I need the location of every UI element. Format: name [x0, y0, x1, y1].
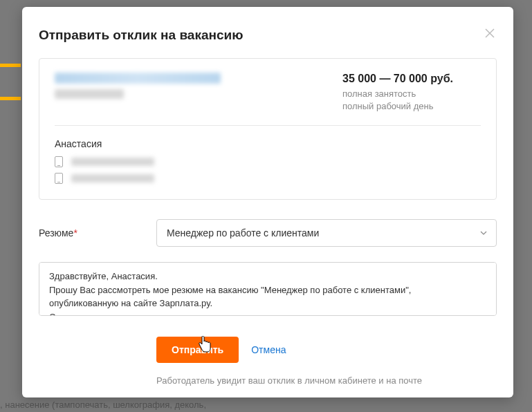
resume-selected-value: Менеджер по работе с клиентами — [167, 227, 319, 238]
footer-hint: Работодатель увидит ваш отклик в личном … — [39, 375, 497, 386]
close-button[interactable] — [483, 26, 497, 40]
phone-redacted — [71, 174, 154, 182]
vacancy-subtitle-redacted — [55, 89, 124, 99]
phone-icon — [55, 156, 63, 167]
bg-text: , нанесение (тампопечать, шелкография, д… — [0, 398, 206, 412]
vacancy-info-card: 35 000 — 70 000 руб. полная занятость по… — [39, 58, 497, 200]
phone-icon — [55, 173, 63, 184]
resume-label: Резюме* — [39, 227, 143, 238]
close-icon — [483, 26, 497, 40]
vacancy-title-redacted — [55, 73, 221, 84]
cancel-button[interactable]: Отмена — [251, 344, 286, 355]
modal-title: Отправить отклик на вакансию — [39, 28, 497, 43]
phone-redacted — [71, 158, 154, 166]
contact-phone-row — [55, 173, 481, 184]
submit-button[interactable]: Отправить — [156, 337, 239, 363]
employment-type: полная занятость — [342, 88, 481, 100]
work-schedule: полный рабочий день — [342, 100, 481, 113]
contact-name: Анастасия — [55, 138, 481, 149]
bg-decor — [0, 64, 21, 67]
cover-message-textarea[interactable] — [39, 262, 497, 316]
apply-modal: Отправить отклик на вакансию 35 000 — 70… — [22, 7, 513, 397]
vacancy-title-area — [55, 73, 315, 113]
contact-phone-row — [55, 156, 481, 167]
resume-row: Резюме* Менеджер по работе с клиентами — [39, 219, 497, 247]
resume-select[interactable]: Менеджер по работе с клиентами — [156, 219, 497, 247]
chevron-down-icon — [480, 230, 487, 236]
salary-range: 35 000 — 70 000 руб. — [342, 73, 481, 85]
bg-decor — [0, 97, 21, 100]
